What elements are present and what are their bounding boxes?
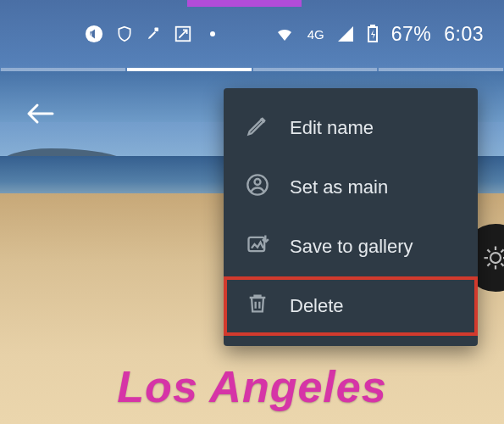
menu-item-edit-name[interactable]: Edit name: [224, 98, 478, 158]
photo-pager-tabs[interactable]: [0, 68, 504, 71]
menu-item-label: Edit name: [290, 117, 374, 139]
trash-icon: [246, 292, 269, 321]
back-button[interactable]: [26, 102, 55, 129]
status-left: [85, 25, 215, 43]
top-accent-bar: [187, 0, 302, 7]
svg-rect-4: [371, 25, 374, 27]
screen: 4G 67% 6:03 Edit name: [0, 0, 504, 424]
clock-time: 6:03: [444, 23, 484, 46]
svg-point-6: [255, 179, 261, 185]
photo-options-menu: Edit name Set as main Save to gallery De…: [224, 88, 478, 346]
photo-caption: Los Angeles: [0, 361, 504, 412]
tab-segment-2[interactable]: [253, 68, 378, 71]
battery-percent: 67%: [391, 23, 432, 46]
status-bar: 4G 67% 6:03: [0, 10, 504, 58]
menu-item-save-gallery[interactable]: Save to gallery: [224, 217, 478, 276]
menu-item-set-main[interactable]: Set as main: [224, 158, 478, 217]
pencil-icon: [246, 114, 269, 142]
tab-segment-1[interactable]: [127, 68, 252, 71]
menu-item-label: Delete: [290, 295, 344, 317]
status-dot-icon: [210, 31, 215, 36]
menu-item-delete[interactable]: Delete: [224, 276, 478, 336]
eyedropper-icon: [146, 25, 161, 43]
status-right: 4G 67% 6:03: [274, 23, 484, 46]
tab-segment-0[interactable]: [1, 68, 125, 71]
network-label: 4G: [307, 27, 324, 42]
save-image-icon: [246, 232, 269, 261]
tab-segment-3[interactable]: [379, 68, 503, 71]
menu-item-label: Set as main: [290, 176, 388, 198]
signal-icon: [337, 25, 354, 42]
screenshot-icon: [174, 25, 192, 43]
svg-point-8: [490, 253, 501, 263]
battery-icon: [367, 25, 379, 43]
sound-icon: [85, 25, 103, 43]
shield-icon: [116, 25, 133, 43]
person-circle-icon: [246, 173, 269, 202]
menu-item-label: Save to gallery: [290, 236, 413, 258]
wifi-icon: [274, 25, 295, 42]
svg-rect-1: [155, 28, 159, 32]
